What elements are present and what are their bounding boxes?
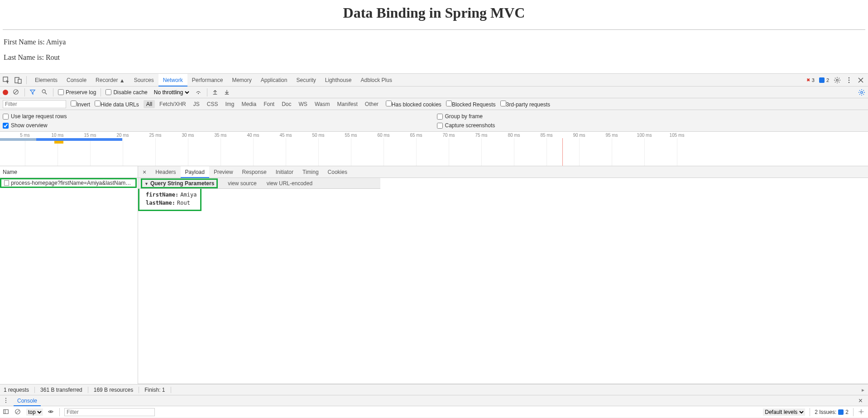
- svg-point-24: [861, 91, 863, 93]
- svg-line-8: [835, 78, 836, 79]
- query-string-params-title[interactable]: Query String Parameters: [143, 180, 216, 187]
- timeline-gridline: [253, 138, 254, 166]
- record-button[interactable]: [3, 90, 8, 95]
- tab-console[interactable]: Console: [62, 74, 91, 86]
- status-finish: Finish: 1: [144, 387, 171, 393]
- console-sep-3: [853, 408, 854, 416]
- detail-tab-initiator[interactable]: Initiator: [271, 166, 298, 178]
- tab-application[interactable]: Application: [256, 74, 292, 86]
- use-large-rows-checkbox[interactable]: Use large request rows: [3, 112, 432, 121]
- preserve-log-checkbox[interactable]: Preserve log: [58, 89, 96, 96]
- messages-pill[interactable]: 2: [819, 77, 829, 83]
- tab-lighthouse[interactable]: Lighthouse: [321, 74, 356, 86]
- detail-tab-preview[interactable]: Preview: [209, 166, 238, 178]
- svg-rect-2: [18, 79, 21, 83]
- timeline-tick: 105 ms: [670, 133, 685, 138]
- more-vertical-icon[interactable]: [3, 397, 10, 404]
- chip-doc[interactable]: Doc: [279, 100, 294, 108]
- throttling-select[interactable]: No throttling: [152, 89, 191, 96]
- filter-icon[interactable]: [29, 89, 37, 96]
- disable-cache-checkbox[interactable]: Disable cache: [106, 89, 147, 96]
- tab-performance[interactable]: Performance: [187, 74, 228, 86]
- show-overview-checkbox[interactable]: Show overview: [3, 121, 432, 130]
- request-list-header[interactable]: Name: [0, 166, 138, 178]
- console-settings-gear-icon[interactable]: [858, 408, 865, 416]
- console-filter-input[interactable]: [64, 408, 155, 416]
- gear-icon[interactable]: [834, 77, 841, 84]
- third-party-checkbox[interactable]: 3rd-party requests: [500, 101, 550, 108]
- network-timeline[interactable]: 5 ms10 ms15 ms20 ms25 ms30 ms35 ms40 ms4…: [0, 132, 868, 166]
- timeline-gridline: [25, 138, 25, 166]
- has-blocked-cookies-checkbox[interactable]: Has blocked cookies: [386, 101, 441, 108]
- preserve-log-label: Preserve log: [66, 89, 96, 96]
- chip-img[interactable]: Img: [222, 100, 237, 108]
- inspect-element-icon[interactable]: [3, 77, 10, 84]
- detail-tab-response[interactable]: Response: [238, 166, 271, 178]
- tab-sources[interactable]: Sources: [129, 74, 158, 86]
- live-expression-eye-icon[interactable]: [48, 408, 55, 416]
- svg-point-14: [849, 82, 850, 83]
- execution-context-select[interactable]: top: [26, 408, 43, 416]
- errors-pill[interactable]: 3: [806, 77, 815, 83]
- import-har-icon[interactable]: [212, 89, 219, 96]
- view-source-link[interactable]: view source: [228, 180, 256, 187]
- query-params-block: firstName:Amiya lastName:Rout: [138, 189, 201, 211]
- clear-icon[interactable]: [13, 89, 20, 96]
- show-overview-label: Show overview: [11, 122, 48, 129]
- chip-all[interactable]: All: [144, 100, 155, 108]
- clear-console-icon[interactable]: [14, 408, 22, 416]
- console-drawer-close-icon[interactable]: ×: [856, 397, 865, 405]
- chip-manifest[interactable]: Manifest: [334, 100, 360, 108]
- tab-elements[interactable]: Elements: [30, 74, 62, 86]
- status-overflow-icon[interactable]: ▸: [862, 387, 864, 393]
- export-har-icon[interactable]: [224, 89, 231, 96]
- hide-data-urls-checkbox[interactable]: Hide data URLs: [95, 101, 139, 108]
- tab-recorder[interactable]: Recorder ▲: [91, 74, 129, 86]
- request-detail: × Headers Payload Preview Response Initi…: [138, 166, 868, 384]
- timeline-tick: 5 ms: [20, 133, 30, 138]
- more-vertical-icon[interactable]: [845, 77, 853, 84]
- chip-js[interactable]: JS: [191, 100, 202, 108]
- detail-tab-cookies[interactable]: Cookies: [323, 166, 352, 178]
- view-url-encoded-link[interactable]: view URL-encoded: [267, 180, 312, 187]
- tab-adblock[interactable]: Adblock Plus: [356, 74, 397, 86]
- search-icon[interactable]: [41, 89, 48, 96]
- console-drawer-tab[interactable]: Console: [14, 395, 41, 406]
- chip-ws[interactable]: WS: [296, 100, 310, 108]
- request-row[interactable]: process-homepage?firstName=Amiya&lastNam…: [0, 178, 137, 188]
- console-sidebar-toggle-icon[interactable]: [3, 408, 10, 416]
- tab-memory[interactable]: Memory: [227, 74, 256, 86]
- detail-tab-headers[interactable]: Headers: [151, 166, 180, 178]
- device-toolbar-icon[interactable]: [14, 77, 22, 84]
- chip-media[interactable]: Media: [239, 100, 259, 108]
- timeline-gridline: [416, 138, 417, 166]
- log-levels-select[interactable]: Default levels: [763, 408, 805, 416]
- tab-recorder-label: Recorder: [96, 77, 118, 83]
- network-settings-gear-icon[interactable]: [858, 89, 865, 96]
- issues-badge[interactable]: 2 Issues: 2: [815, 409, 849, 415]
- chip-fetch-xhr[interactable]: Fetch/XHR: [157, 100, 189, 108]
- chip-font[interactable]: Font: [261, 100, 277, 108]
- blocked-requests-checkbox[interactable]: Blocked Requests: [446, 101, 496, 108]
- close-icon[interactable]: [857, 77, 864, 84]
- chip-wasm[interactable]: Wasm: [312, 100, 333, 108]
- network-filter-input[interactable]: [3, 100, 66, 108]
- timeline-gridline: [221, 138, 221, 166]
- blocked-requests-label: Blocked Requests: [452, 101, 496, 108]
- capture-screenshots-checkbox[interactable]: Capture screenshots: [437, 121, 866, 130]
- tab-security[interactable]: Security: [292, 74, 320, 86]
- network-conditions-icon[interactable]: [195, 89, 202, 96]
- chip-css[interactable]: CSS: [204, 100, 221, 108]
- param-value: Rout: [177, 200, 190, 206]
- detail-close-icon[interactable]: ×: [138, 168, 151, 176]
- detail-tab-timing[interactable]: Timing: [298, 166, 323, 178]
- chip-other[interactable]: Other: [362, 100, 381, 108]
- detail-tab-payload[interactable]: Payload: [181, 166, 209, 178]
- tab-network[interactable]: Network: [158, 74, 187, 86]
- payload-toolbar: Query String Parameters view source view…: [138, 178, 380, 189]
- group-by-frame-checkbox[interactable]: Group by frame: [437, 112, 866, 121]
- svg-point-41: [860, 411, 862, 413]
- toolbar-sep-2: [53, 88, 53, 96]
- invert-checkbox[interactable]: Invert: [71, 101, 90, 108]
- type-filter-chips: All Fetch/XHR JS CSS Img Media Font Doc …: [144, 100, 381, 108]
